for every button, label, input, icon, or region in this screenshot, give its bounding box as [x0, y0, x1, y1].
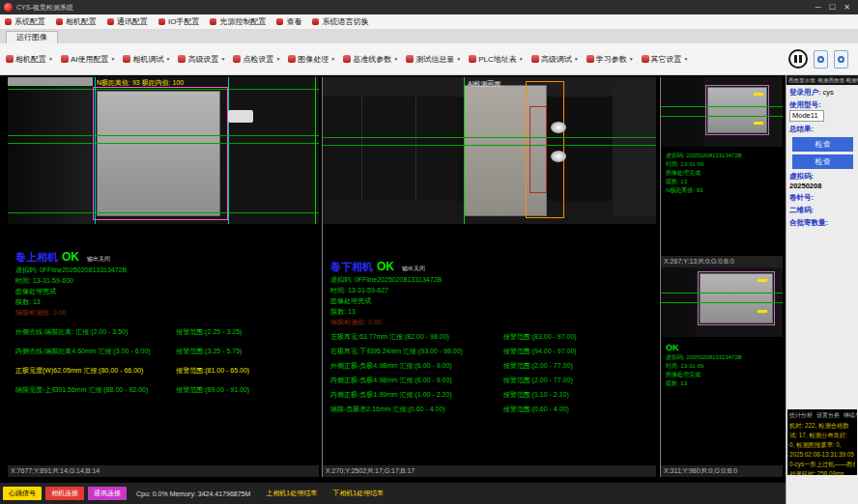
- measure-row-warning: 正极宽度(W)62.05mm 汇报:(80.00 - 66.00)报警范围:(8…: [15, 366, 313, 376]
- alarm-range: 报警范围:(83.00 - 97.00): [503, 332, 650, 342]
- camera-view-middle: AI检测画面 卷下相机OK输出关闭 虚拟码: 0FFline2025020813…: [322, 77, 656, 477]
- measure-value: 外侧壳线-隔膜距离: 汇报:(2.00 - 3.50): [15, 327, 176, 337]
- menu-icon: [210, 18, 216, 25]
- camera-toggle-button-2[interactable]: [834, 50, 848, 69]
- menu-item-view[interactable]: 查看: [276, 16, 301, 27]
- chevron-down-icon: ▼: [456, 56, 461, 62]
- camera-lens-icon: [838, 56, 844, 63]
- measure-row: 隔膜-负极差2.16mm 汇报:(0.60 - 4.00)报警范围:(0.60 …: [330, 405, 650, 414]
- menu-item-camera-config[interactable]: 相机配置: [56, 16, 97, 27]
- panel-header: 画面显示值: 检测画面值 检测结果值: [786, 75, 858, 85]
- maximize-button[interactable]: ☐: [825, 0, 840, 14]
- menu-icon: [56, 18, 63, 25]
- chevron-down-icon: ▼: [165, 56, 170, 62]
- titlebar: CYS-视觉检测系统 ─ ☐ ✕: [0, 0, 858, 14]
- result-box-1[interactable]: 检查: [792, 137, 853, 152]
- result-ok-badge: OK: [62, 250, 79, 264]
- tool-plc-address[interactable]: PLC地址表▼: [469, 54, 524, 65]
- tool-camera-debug[interactable]: 相机调试▼: [123, 54, 170, 65]
- tool-baseline-params[interactable]: 基准线参数▼: [343, 54, 398, 65]
- machine-column: [661, 77, 703, 147]
- alarm-range: 报警范围:(1.10 - 2.10): [503, 390, 650, 400]
- login-user-row: 登录用户: cys: [786, 85, 858, 98]
- menu-item-light-config[interactable]: 光源控制配置: [210, 16, 266, 27]
- camera-image-left[interactable]: N极距离值: 93 极距内值: 100: [8, 77, 319, 224]
- process-done-line: 图像处理完成: [330, 295, 650, 306]
- stats-tab-analysis[interactable]: 统计分析: [789, 411, 813, 420]
- menu-item-comm-config[interactable]: 通讯配置: [107, 16, 148, 27]
- minimize-button[interactable]: ─: [811, 0, 825, 14]
- menu-item-io-config[interactable]: IO手配置: [158, 16, 199, 27]
- pixel-coords-small-bottom: X:311;Y:980;R:0;G:0;B:0: [661, 465, 783, 477]
- result-ok-badge: OK: [377, 260, 394, 273]
- menu-label: 系统配置: [14, 16, 45, 27]
- measure-row: 隔膜宽度-上归91.56mm 汇报:(88.00 - 92.00)报警范围:(8…: [15, 385, 313, 395]
- tab-bar: 运行图像: [0, 30, 858, 43]
- guide-line-vertical: [228, 77, 229, 224]
- guide-line: [323, 137, 656, 138]
- virtual-code-value: 20250208: [789, 182, 821, 190]
- measure-row: 外侧壳线-隔膜距离: 汇报:(2.00 - 3.50)报警范围:(2.25 - …: [15, 327, 313, 337]
- camera-view-small-top: 虚拟码: 2025020813313472B 时间: 13-31-59 图像处理…: [661, 77, 783, 267]
- tool-label: 高级调试: [541, 54, 572, 65]
- pixel-coords-middle: X:270;Y:2502;R:17;G:17;B:17: [323, 465, 656, 477]
- alarm-range: 报警范围:(81.00 - 65.00): [176, 366, 313, 376]
- pixel-coords-left: X:7677;Y:891;R:14;G:14;B:14: [8, 465, 319, 477]
- guide-line: [661, 116, 783, 117]
- pause-button[interactable]: [788, 49, 808, 69]
- result-text-small-top: 虚拟码: 2025020813313472B 时间: 13-31-59 图像处理…: [661, 147, 783, 256]
- tool-other-settings[interactable]: 其它设置▼: [642, 54, 689, 65]
- virtual-code-label: 虚拟码:: [789, 172, 814, 181]
- pause-icon: [799, 55, 802, 63]
- menu-item-system-config[interactable]: 系统配置: [5, 16, 45, 27]
- tool-camera-config[interactable]: 相机配置▼: [6, 54, 53, 65]
- tool-spot-check[interactable]: 点检设置▼: [233, 54, 280, 65]
- bright-spot: [551, 151, 566, 162]
- camera-image-small-top[interactable]: [661, 77, 783, 147]
- result-text-left: 卷上相机OK输出关闭 虚拟码: 0FFline2025020813313472B…: [8, 224, 319, 465]
- menu-icon: [276, 18, 283, 25]
- camera-image-middle[interactable]: AI检测画面: [323, 77, 656, 224]
- tool-advanced-debug[interactable]: 高级调试▼: [531, 54, 579, 65]
- menu-label: IO手配置: [168, 16, 199, 27]
- needle-no-label: 卷针号:: [789, 193, 814, 202]
- tool-image-process[interactable]: 图像处理▼: [288, 54, 335, 65]
- chevron-down-icon: ▼: [275, 56, 280, 62]
- status-bar: 心跳信号 相机连接 通讯连接 Cpu: 0.0% Memory: 3424.41…: [0, 483, 786, 504]
- tool-test-info[interactable]: 测试信息量▼: [406, 54, 461, 65]
- tool-ai-config[interactable]: AI使用配置▼: [61, 54, 116, 65]
- close-button[interactable]: ✕: [840, 0, 854, 14]
- battery-part: [97, 91, 220, 216]
- qrcode-label: 二维码:: [789, 206, 814, 214]
- info-line: N极距离值: 93: [666, 186, 781, 195]
- measure-value: 内侧壳线-隔膜距离4.60mm 汇报:(3.00 - 6.00): [15, 347, 176, 356]
- camera-title: 卷上相机: [15, 251, 58, 263]
- info-line: 虚拟码: 2025020813313472B: [666, 353, 781, 362]
- output-state-label: 输出关闭: [87, 256, 110, 262]
- camera-image-small-bottom[interactable]: [661, 267, 783, 337]
- comm-connection-badge: 通讯连接: [88, 487, 127, 500]
- highlight-mark: [758, 279, 767, 282]
- guide-line-vertical: [95, 77, 96, 224]
- result-box-2[interactable]: 检查: [792, 154, 853, 169]
- menu-item-language-switch[interactable]: 系统语言切换: [312, 16, 368, 27]
- camera-toggle-button-1[interactable]: [814, 50, 828, 69]
- alarm-range: 报警范围:(2.00 - 77.00): [503, 361, 650, 371]
- menu-label: 相机配置: [66, 16, 97, 27]
- info-line: 时间: 13-31-59: [666, 362, 781, 371]
- alarm-range: 报警范围:(94.00 - 97.00): [503, 347, 650, 356]
- chevron-down-icon: ▼: [111, 56, 116, 62]
- virtual-code-row: 虚拟码: 20250208: [786, 169, 858, 190]
- stats-tab-category[interactable]: 设置分类: [816, 411, 840, 420]
- tab-run-image[interactable]: 运行图像: [6, 31, 58, 43]
- chevron-down-icon: ▼: [519, 56, 524, 62]
- stats-tab-continue[interactable]: 继续生产: [844, 411, 857, 420]
- guide-line-vertical: [315, 77, 316, 224]
- tool-learn-params[interactable]: 学习参数▼: [586, 54, 634, 65]
- model-label: 使用型号:: [789, 100, 821, 109]
- camera-view-left: N极距离值: 93 极距内值: 100 卷上相机OK输出关闭 虚拟码: 0FFl…: [8, 77, 319, 477]
- model-select[interactable]: Mode11: [789, 110, 824, 122]
- time-line: 时间: 13-31-59-600: [15, 275, 313, 286]
- tool-advanced-settings[interactable]: 高级设置▼: [178, 54, 225, 65]
- qrcode-row: 二维码:: [786, 203, 858, 215]
